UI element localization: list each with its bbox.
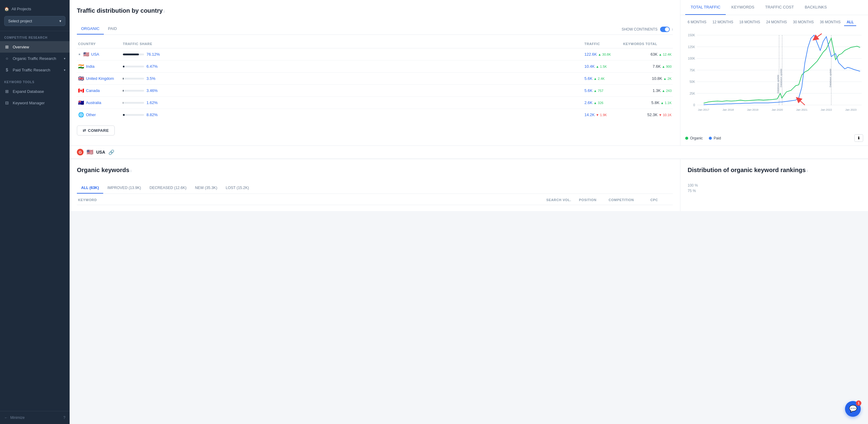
tab-paid[interactable]: PAID <box>104 24 121 34</box>
traffic-delta: ▼ 1.9K <box>596 113 607 117</box>
svg-text:Database update: Database update <box>829 68 832 87</box>
info-icon[interactable]: i <box>164 10 164 13</box>
section-label-keyword-tools: KEYWORD TOOLS <box>0 76 70 86</box>
organic-icon: ○ <box>4 56 10 61</box>
info-icon-3[interactable]: i <box>130 169 131 173</box>
sidebar-item-expand-database[interactable]: ⊞ Expand Database <box>0 86 70 97</box>
kw-tab-0[interactable]: ALL (63K) <box>77 183 103 194</box>
continents-toggle[interactable] <box>660 27 670 32</box>
chevron-icon: ▾ <box>64 68 65 72</box>
traffic-distribution-panel: Traffic distribution by country i ORGANI… <box>70 0 680 145</box>
kw-tab-4[interactable]: LOST (15.2K) <box>221 183 253 194</box>
time-tab-36m[interactable]: 36 MONTHS <box>817 19 843 26</box>
tab-traffic-cost[interactable]: TRAFFIC COST <box>760 0 799 15</box>
country-cell-1[interactable]: 🇮🇳 India <box>78 64 120 69</box>
traffic-bar-cell-4: 1.62% <box>123 100 582 105</box>
panel-title: Traffic distribution by country <box>77 7 162 14</box>
time-tab-30m[interactable]: 30 MONTHS <box>790 19 816 26</box>
time-tab-12m[interactable]: 12 MONTHS <box>710 19 736 26</box>
country-name[interactable]: Australia <box>86 100 101 105</box>
sidebar-item-label: Overview <box>13 45 29 49</box>
country-cell-4[interactable]: 🇦🇺 Australia <box>78 100 120 105</box>
table-row: 🇦🇺 Australia 1.62% 2.6K ▲ 326 5.8K ▲ 1.1… <box>77 97 673 109</box>
bar-fill <box>123 66 124 67</box>
country-name[interactable]: Canada <box>86 88 100 93</box>
sidebar-item-paid[interactable]: $ Paid Traffic Research ▾ <box>0 64 70 76</box>
country-cell-3[interactable]: 🇨🇦 Canada <box>78 88 120 93</box>
country-name[interactable]: USA <box>91 52 99 57</box>
traffic-bar-cell-0: 76.12% <box>123 52 582 57</box>
minimize-icon: ← <box>4 416 8 420</box>
bar-fill <box>123 90 123 92</box>
tab-total-traffic[interactable]: TOTAL TRAFFIC <box>685 0 726 15</box>
info-icon-2[interactable]: i <box>672 28 673 31</box>
country-name[interactable]: India <box>86 64 94 69</box>
y-label-75: 75 % <box>688 189 861 193</box>
country-cell-0[interactable]: ★ 🇺🇸 USA <box>78 52 120 57</box>
all-projects-label: All Projects <box>11 7 31 11</box>
sidebar-item-overview[interactable]: ⊞ Overview <box>0 41 70 53</box>
svg-text:Jan 2021: Jan 2021 <box>796 108 807 111</box>
bar-fill <box>123 78 123 79</box>
top-panels: Traffic distribution by country i ORGANI… <box>70 0 868 145</box>
svg-text:50K: 50K <box>689 80 695 84</box>
y-label-100: 100 % <box>688 183 861 188</box>
time-tab-24m[interactable]: 24 MONTHS <box>764 19 789 26</box>
all-projects-link[interactable]: 🏠 All Projects <box>4 5 65 13</box>
chart-area: 150K 125K 100K 75K 50K 25K 0 <box>680 27 868 133</box>
info-icon-4[interactable]: i <box>807 169 807 173</box>
col-cpc: CPC <box>650 198 672 202</box>
kw-tab-3[interactable]: NEW (35.3K) <box>191 183 221 194</box>
organic-legend-dot <box>685 137 688 140</box>
chevron-icon: ▾ <box>64 57 65 60</box>
bar-fill <box>123 102 123 104</box>
time-tab-18m[interactable]: 18 MONTHS <box>737 19 763 26</box>
tab-keywords[interactable]: KEYWORDS <box>726 0 760 15</box>
table-row: 🇬🇧 United Kingdom 3.5% 5.6K ▲ 2.4K 10.8K… <box>77 73 673 85</box>
compare-icon: ⇄ <box>83 128 86 133</box>
time-tab-all[interactable]: ALL <box>844 19 856 26</box>
time-tab-6m[interactable]: 6 MONTHS <box>685 19 709 26</box>
share-pct: 3.46% <box>147 88 158 93</box>
show-continents-label: SHOW CONTINENTS <box>622 27 658 31</box>
google-icon: G <box>77 149 84 156</box>
country-cell-5[interactable]: 🌐 Other <box>78 112 120 118</box>
col-position: POSITION <box>579 198 606 202</box>
share-pct: 6.47% <box>147 64 158 69</box>
flag-icon: 🇨🇦 <box>78 88 84 93</box>
kw-tab-1[interactable]: IMPROVED (13.9K) <box>103 183 145 194</box>
bar-bg <box>123 90 144 92</box>
svg-text:Jan 2017: Jan 2017 <box>698 108 709 111</box>
location-country: USA <box>96 150 105 155</box>
country-name[interactable]: United Kingdom <box>86 76 114 81</box>
project-select[interactable]: Select project ▾ <box>4 16 65 26</box>
download-chart-button[interactable]: ⬇ <box>855 134 863 142</box>
bottom-panels: Organic keywords i ALL (63K)IMPROVED (13… <box>70 159 868 211</box>
svg-text:Jan 2022: Jan 2022 <box>821 108 832 111</box>
svg-text:Database update: Database update <box>777 75 779 93</box>
tab-backlinks[interactable]: BACKLINKS <box>799 0 832 15</box>
table-header: COUNTRY TRAFFIC SHARE TRAFFIC KEYWORDS T… <box>77 40 673 48</box>
help-icon[interactable]: ? <box>63 416 65 420</box>
sidebar-item-organic[interactable]: ○ Organic Traffic Research ▾ <box>0 53 70 64</box>
keywords-delta: ▲ 2K <box>663 77 672 80</box>
country-name[interactable]: Other <box>86 112 96 117</box>
country-cell-2[interactable]: 🇬🇧 United Kingdom <box>78 76 120 81</box>
sidebar-top: 🏠 All Projects Select project ▾ <box>0 0 70 31</box>
chat-bubble[interactable]: 💬 1 <box>845 401 861 417</box>
sidebar: 🏠 All Projects Select project ▾ COMPETIT… <box>0 0 70 424</box>
bar-bg <box>123 78 144 79</box>
traffic-value-5: 14.2K ▼ 1.9K <box>584 112 621 117</box>
location-flag: 🇺🇸 <box>87 149 93 156</box>
sidebar-minimize[interactable]: ← Minimize ? <box>0 411 70 424</box>
chat-badge: 1 <box>856 400 861 406</box>
tab-organic[interactable]: ORGANIC <box>77 24 104 34</box>
compare-button[interactable]: ⇄ COMPARE <box>77 126 115 135</box>
kw-tab-2[interactable]: DECREASED (12.6K) <box>145 183 191 194</box>
keywords-delta: ▼ 10.1K <box>658 113 672 117</box>
bar-fill <box>123 54 139 55</box>
link-icon[interactable]: 🔗 <box>108 150 115 155</box>
share-pct: 76.12% <box>147 52 160 57</box>
sidebar-item-keyword-manager[interactable]: ⊟ Keyword Manager <box>0 97 70 108</box>
flag-icon: 🇬🇧 <box>78 76 84 81</box>
